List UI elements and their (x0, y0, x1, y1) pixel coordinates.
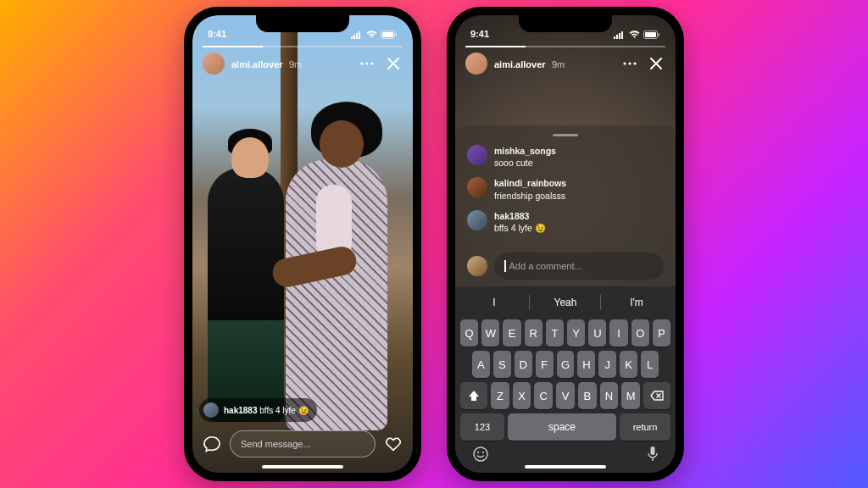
key-j[interactable]: J (598, 351, 616, 378)
placeholder: Send message... (241, 439, 311, 449)
keyboard-row: Q W E R T Y U I O P (459, 319, 672, 347)
close-icon[interactable] (647, 56, 665, 71)
comment-row[interactable]: kalindi_rainbows friendship goalsss (467, 177, 664, 201)
shift-icon (468, 390, 480, 402)
add-comment-row: Add a comment... (467, 252, 664, 280)
progress-bars (203, 46, 403, 47)
signal-icon (614, 30, 626, 39)
delete-icon (650, 391, 664, 401)
comment-username: mishka_songs (494, 145, 556, 157)
key-q[interactable]: Q (460, 319, 478, 347)
story-top-comment[interactable]: hak1883 bffs 4 lyfe 😉 (199, 398, 317, 422)
keyboard-footer (459, 441, 672, 463)
wifi-icon (629, 30, 640, 39)
suggestion[interactable]: Yeah (530, 290, 601, 315)
key-p[interactable]: P (653, 319, 670, 347)
key-z[interactable]: Z (491, 382, 509, 409)
svg-rect-6 (396, 33, 398, 36)
key-space[interactable]: space (508, 413, 616, 441)
add-comment-input[interactable]: Add a comment... (494, 252, 664, 280)
comments-icon[interactable] (203, 435, 221, 453)
avatar[interactable] (467, 145, 487, 165)
avatar[interactable] (467, 210, 487, 230)
comment-text: friendship goalsss (494, 191, 565, 201)
avatar[interactable] (465, 53, 487, 75)
key-x[interactable]: X (513, 382, 531, 409)
key-k[interactable]: K (620, 351, 637, 378)
key-v[interactable]: V (556, 382, 575, 409)
key-o[interactable]: O (632, 319, 649, 347)
avatar[interactable] (467, 177, 487, 197)
sheet-grabber[interactable] (553, 134, 578, 136)
comment-text: bffs 4 lyfe 😉 (494, 223, 546, 233)
keyboard-row: 123 space return (459, 413, 672, 441)
keyboard-row: A S D F G H J K L (459, 351, 672, 378)
key-t[interactable]: T (546, 319, 564, 347)
svg-point-19 (633, 62, 636, 64)
phone-left: 9:41 aimi.allover 9m (184, 7, 421, 481)
key-numbers[interactable]: 123 (460, 413, 504, 441)
comments-sheet: mishka_songs sooo cute kalindi_rainbows … (455, 125, 676, 286)
home-indicator[interactable] (525, 465, 606, 469)
send-message-input[interactable]: Send message... (230, 430, 376, 458)
dictation-button[interactable] (647, 446, 659, 463)
key-c[interactable]: C (534, 382, 553, 409)
mic-icon (647, 446, 659, 463)
story-age: 9m (552, 59, 565, 69)
key-i[interactable]: I (609, 319, 627, 347)
suggestion[interactable]: I'm (601, 290, 672, 315)
key-r[interactable]: R (525, 319, 542, 347)
status-time: 9:41 (208, 29, 226, 39)
emoji-icon: 😉 (298, 406, 309, 415)
status-icons (351, 30, 398, 39)
decorative-person (286, 159, 387, 430)
more-options-button[interactable] (620, 60, 640, 67)
emoji-icon (472, 446, 489, 463)
svg-point-7 (360, 62, 363, 64)
key-u[interactable]: U (588, 319, 606, 347)
svg-point-17 (623, 62, 626, 64)
comment-text: bffs 4 lyfe (259, 406, 296, 415)
avatar[interactable] (467, 256, 487, 276)
svg-point-9 (370, 62, 373, 64)
key-shift[interactable] (460, 382, 487, 409)
keyboard-row: Z X C V B N M (459, 382, 672, 409)
story-username[interactable]: aimi.allover 9m (494, 56, 565, 71)
key-b[interactable]: B (578, 382, 597, 409)
story-username[interactable]: aimi.allover 9m (231, 56, 302, 71)
notch (256, 15, 349, 32)
svg-rect-0 (351, 36, 353, 39)
home-indicator[interactable] (262, 465, 343, 469)
phone-right: 9:41 aimi.allover 9m (447, 7, 684, 481)
key-h[interactable]: H (577, 351, 595, 378)
key-g[interactable]: G (557, 351, 575, 378)
more-options-button[interactable] (357, 60, 377, 67)
battery-icon (643, 30, 660, 39)
key-s[interactable]: S (493, 351, 511, 378)
comment-row[interactable]: hak1883 bffs 4 lyfe 😉 (467, 210, 664, 234)
key-f[interactable]: F (536, 351, 554, 378)
progress-bars (465, 46, 665, 47)
key-a[interactable]: A (472, 351, 490, 378)
key-m[interactable]: M (621, 382, 640, 409)
key-e[interactable]: E (503, 319, 520, 347)
screen: 9:41 aimi.allover 9m (455, 15, 676, 473)
key-w[interactable]: W (481, 319, 499, 347)
key-n[interactable]: N (600, 382, 619, 409)
suggestion[interactable]: I (459, 290, 530, 315)
emoji-keyboard-button[interactable] (472, 446, 489, 463)
svg-rect-1 (353, 35, 355, 39)
like-button[interactable] (384, 435, 403, 453)
svg-rect-5 (382, 32, 393, 37)
key-y[interactable]: Y (567, 319, 585, 347)
key-l[interactable]: L (641, 351, 659, 378)
screen: 9:41 aimi.allover 9m (192, 15, 413, 473)
close-icon[interactable] (384, 56, 403, 71)
avatar[interactable] (203, 53, 225, 75)
comment-username: hak1883 (494, 210, 546, 222)
key-delete[interactable] (643, 382, 670, 409)
key-d[interactable]: D (515, 351, 532, 378)
comment-row[interactable]: mishka_songs sooo cute (467, 145, 664, 169)
status-icons (614, 30, 660, 39)
key-return[interactable]: return (620, 413, 670, 441)
